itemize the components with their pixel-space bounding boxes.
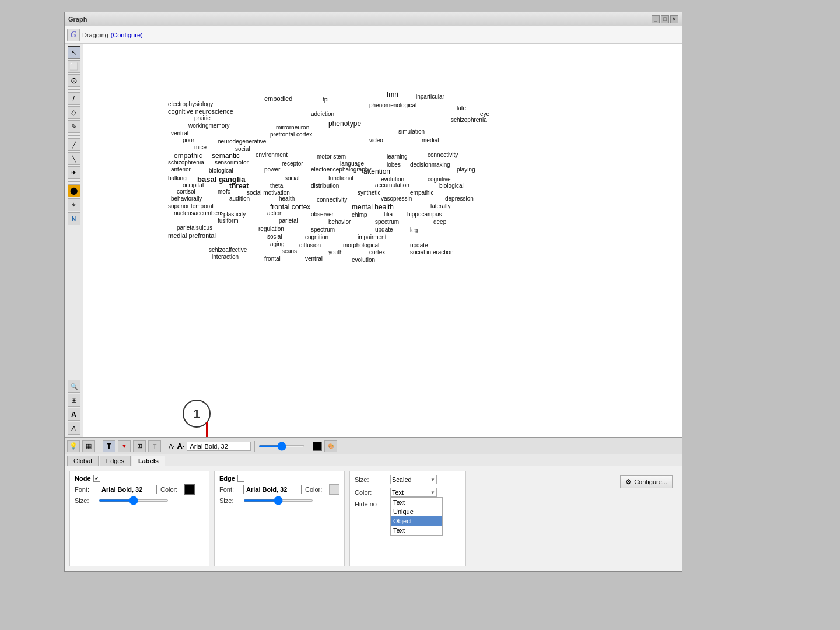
wc-word: deep [433,219,446,225]
font-selector[interactable]: Arial Bold, 32 [187,442,251,451]
edge-color-swatch[interactable] [329,484,340,495]
edit-tool[interactable]: ✎ [68,120,80,133]
plane-tool[interactable]: ✈ [68,166,80,179]
tab-labels[interactable]: Labels [132,456,165,466]
diamond-tool[interactable]: ◇ [68,106,80,119]
wc-word: leg [410,227,418,233]
bottom-tool-3[interactable]: A [68,408,80,421]
font-label-edge: Font: [219,486,240,493]
wc-word: frontal [264,256,281,262]
color-label-edge: Color: [305,486,326,493]
color-value: Text [392,489,404,496]
wc-word: observer [311,211,334,218]
color-dropdown[interactable]: Text ▼ [390,488,437,497]
wc-word: evolution [352,257,375,263]
viz-sep-2 [164,441,165,452]
wc-word: anterior [171,166,191,173]
node-color-swatch[interactable] [184,484,195,495]
line-tool-1[interactable]: ╱ [68,138,80,151]
wc-word: schizophrenia [451,117,487,123]
color-row: Color: Text ▼ Text Unique Object Text [355,488,461,497]
edge-size-slider[interactable] [243,499,313,502]
viz-text-tool[interactable]: T [103,440,116,452]
wc-word: threat [229,182,249,190]
node-font-box[interactable]: Arial Bold, 32 [99,485,157,494]
tab-global[interactable]: Global [67,456,99,466]
bottom-tool-4[interactable]: A [68,422,80,435]
viz-grid[interactable]: ▦ [82,440,95,452]
wc-word: cognitive neuroscience [168,108,233,115]
wc-word: fusiform [218,218,239,224]
wc-word: mirrorneuron [276,124,309,131]
close-button[interactable]: × [670,15,678,23]
node-label: Node [75,475,91,482]
option-object[interactable]: Object [391,516,442,526]
wc-word: power [264,166,280,173]
rect-select-tool[interactable]: ⬜ [68,60,80,73]
maximize-button[interactable]: □ [661,15,669,23]
viz-toolbar: 💡 ▦ T ▼ ⊞ T A· A· Arial Bold, 32 🎨 [65,438,682,454]
viz-light-bulb[interactable]: 💡 [67,440,80,452]
edge-label: Edge [219,475,235,482]
main-area: ↖ ⬜ ⊙ / ◇ ✎ ╱ ╲ ✈ ⬤ ⌖ N 🔍 ⊞ A A fmri [65,44,682,437]
wc-word: social interaction [410,249,453,256]
wc-word: late [457,105,466,111]
wc-word: mofc [218,188,230,195]
size-value: Scaled [392,476,412,483]
viz-color-picker[interactable]: 🎨 [324,440,337,452]
wc-word: youth [328,249,342,256]
cursor-tool[interactable]: ⌖ [68,198,80,211]
wc-word: video [369,137,383,144]
sphere-tool[interactable]: ⬤ [68,184,80,197]
option-text-1[interactable]: Text [391,498,442,507]
viz-arrow-target[interactable]: ▼ [118,440,131,452]
color-label-node: Color: [160,486,181,493]
wc-word: spectrum [311,226,335,233]
wc-word: inparticular [416,93,444,100]
font-label-node: Font: [75,486,95,493]
line-tool-2[interactable]: ╲ [68,152,80,165]
bottom-tool-1[interactable]: 🔍 [68,380,80,393]
paint-tool[interactable]: / [68,92,80,105]
node-font-row: Font: Arial Bold, 32 Color: [75,484,204,495]
wc-word: superior temporal [168,203,214,209]
node-checkbox[interactable] [93,475,100,482]
size-dropdown[interactable]: Scaled ▼ [390,475,437,484]
option-text-2[interactable]: Text [391,526,442,535]
font-size-slider[interactable] [258,445,305,447]
wc-word: depression [445,195,474,202]
tab-edges[interactable]: Edges [100,456,131,466]
wc-word: electoencephalography [311,166,371,173]
color-dropdown-arrow: ▼ [430,490,435,495]
configure-button[interactable]: ⚙ Configure... [620,475,673,488]
edge-font-box[interactable]: Arial Bold, 32 [243,485,302,494]
canvas-area[interactable]: fmri inparticular tpi embodied electroph… [83,44,682,437]
wc-word: behavior [328,219,351,225]
wc-word: workingmemory [188,123,230,129]
select-tool[interactable]: ↖ [68,46,80,59]
wc-word: fmri [387,90,398,99]
minimize-button[interactable]: _ [652,15,660,23]
viz-sep-3 [254,441,255,452]
wc-word: phenomenological [369,102,416,108]
wc-word: empathic [174,152,202,160]
wc-word: addiction [311,111,334,117]
wc-word: laterally [430,203,450,209]
wc-word: schizophrenia [168,159,204,166]
tool-separator-3 [68,181,80,182]
viz-grid2[interactable]: ⊞ [133,440,146,452]
option-unique[interactable]: Unique [391,507,442,516]
bottom-tool-2[interactable]: ⊞ [68,394,80,407]
viz-text-small[interactable]: T [148,440,161,452]
wc-word: parietal [279,218,298,224]
node-size-slider[interactable] [99,499,169,502]
wc-word: phenotype [328,120,361,128]
network-tool[interactable]: N [68,212,80,225]
wc-word: nucleusaccumbens [174,210,224,216]
font-label: Arial Bold, 32 [190,443,228,450]
edge-checkbox[interactable] [237,475,244,482]
configure-btn-label: Configure... [634,478,667,485]
color-box-black[interactable] [313,442,322,451]
configure-link[interactable]: (Configure) [111,32,143,38]
zoom-tool[interactable]: ⊙ [68,74,80,87]
